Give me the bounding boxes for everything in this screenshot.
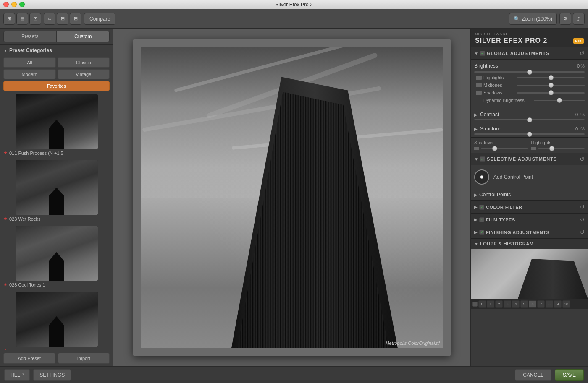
control-points-chevron[interactable]: ▶: [474, 193, 478, 197]
num-5[interactable]: 5: [520, 300, 528, 308]
window-controls[interactable]: [3, 2, 25, 7]
layout-icon-1[interactable]: ▱: [44, 13, 55, 25]
midtones-thumb[interactable]: [549, 83, 554, 88]
highlights-thumb[interactable]: [549, 75, 554, 80]
selective-checkbox[interactable]: [480, 156, 485, 162]
shadows-label: Shadows: [483, 90, 517, 95]
view-icon-3[interactable]: ⊡: [29, 13, 41, 25]
shadows-slider2[interactable]: [481, 148, 528, 149]
cat-classic[interactable]: Classic: [58, 57, 110, 68]
shadows-slider[interactable]: [517, 92, 585, 94]
structure-thumb[interactable]: [527, 132, 532, 137]
highlights-slider2[interactable]: [538, 148, 585, 149]
preset-item-3[interactable]: ★ 028 Cool Tones 1: [2, 226, 111, 289]
midtones-slider[interactable]: [517, 85, 585, 86]
film-types-chevron: ▶: [474, 217, 478, 222]
shadows-thumb2[interactable]: [492, 146, 497, 151]
num-6[interactable]: 6: [529, 300, 536, 308]
global-adj-title: GLOBAL ADJUSTMENTS: [487, 51, 578, 56]
image-filename-label: Metropolis ColorOriginal.tif: [385, 341, 440, 346]
view-icon-1[interactable]: ⊞: [3, 13, 15, 25]
layout-icon-2[interactable]: ⊟: [57, 13, 68, 25]
color-filter-checkbox[interactable]: [479, 205, 484, 210]
color-filter-reset[interactable]: ↺: [580, 204, 585, 210]
film-types-reset[interactable]: ↺: [580, 216, 585, 223]
structure-chevron[interactable]: ▶: [474, 127, 478, 131]
structure-section: ▶ Structure 0 %: [471, 123, 588, 137]
structure-slider[interactable]: [474, 133, 585, 135]
film-types-header[interactable]: ▶ FILM TYPES ↺: [471, 214, 588, 226]
highlights-slider-row: Highlights: [474, 75, 585, 80]
preset-item-1[interactable]: ★ 011 Push Process (N +1.5: [2, 94, 111, 157]
export-icon[interactable]: ⤴: [573, 13, 585, 25]
finishing-adj-reset[interactable]: ↺: [580, 229, 585, 235]
num-10[interactable]: 10: [562, 300, 570, 308]
contrast-chevron[interactable]: ▶: [474, 112, 478, 117]
brightness-thumb[interactable]: [527, 70, 532, 75]
view-icon-2[interactable]: ▤: [16, 13, 28, 25]
highlights-slider[interactable]: [517, 77, 585, 78]
finishing-adj-header[interactable]: ▶ FINISHING ADJUSTMENTS ↺: [471, 226, 588, 238]
selective-reset[interactable]: ↺: [580, 156, 585, 162]
dynamic-brightness-slider[interactable]: [534, 100, 585, 101]
num-checkbox[interactable]: [472, 302, 478, 307]
toolbar: ⊞ ▤ ⊡ ▱ ⊟ ⊞ Compare 🔍 Zoom (100%) ⚙ ⤴: [0, 9, 588, 29]
highlights-icon2: [531, 147, 536, 150]
structure-track-row: [474, 133, 585, 135]
cat-favorites[interactable]: Favorites: [3, 81, 110, 91]
loupe-header[interactable]: ▼ LOUPE & HISTOGRAM: [471, 238, 588, 249]
bottom-left: HELP SETTINGS: [4, 369, 71, 381]
control-point-icon[interactable]: [474, 169, 489, 185]
add-preset-button[interactable]: Add Preset: [3, 353, 55, 364]
settings-button[interactable]: SETTINGS: [33, 369, 71, 381]
cat-vintage[interactable]: Vintage: [58, 69, 110, 79]
maximize-button[interactable]: [19, 2, 25, 7]
num-3[interactable]: 3: [504, 300, 511, 308]
preset-item-2[interactable]: ★ 023 Wet Rocks: [2, 160, 111, 223]
contrast-slider[interactable]: [474, 119, 585, 120]
preset-thumb-4: [16, 292, 98, 347]
image-frame: Metropolis ColorOriginal.tif: [133, 39, 451, 356]
cat-modern[interactable]: Modern: [3, 69, 56, 79]
view-icons-group: ⊞ ▤ ⊡: [3, 13, 41, 25]
num-8[interactable]: 8: [546, 300, 553, 308]
minimize-button[interactable]: [11, 2, 17, 7]
global-adj-reset[interactable]: ↺: [580, 50, 585, 57]
num-4[interactable]: 4: [512, 300, 520, 308]
contrast-thumb[interactable]: [527, 117, 532, 122]
title-bar: Silver Efex Pro 2: [0, 0, 588, 9]
highlights-thumb2[interactable]: [549, 146, 554, 151]
num-1[interactable]: 1: [487, 300, 494, 308]
right-panel: Nik Software SILVER EFEX PRO 2 NIK ▼ GLO…: [470, 29, 588, 366]
preset-item-4[interactable]: ★: [2, 292, 111, 350]
cat-all[interactable]: All: [3, 57, 56, 68]
num-2[interactable]: 2: [495, 300, 503, 308]
close-button[interactable]: [3, 2, 9, 7]
color-filter-header[interactable]: ▶ COLOR FILTER ↺: [471, 201, 588, 213]
global-adj-checkbox[interactable]: [480, 51, 485, 56]
cancel-button[interactable]: CANCEL: [515, 369, 551, 381]
layout-icon-3[interactable]: ⊞: [70, 13, 81, 25]
dynamic-brightness-row: Dynamic Brightness: [474, 98, 585, 103]
presets-list: ★ 011 Push Process (N +1.5 ★ 023 Wet Roc…: [0, 93, 113, 350]
categories-chevron: ▼: [3, 48, 8, 53]
control-points-section[interactable]: ▶ Control Points: [471, 189, 588, 201]
save-button[interactable]: SAVE: [555, 369, 584, 381]
film-types-checkbox[interactable]: [479, 217, 484, 222]
tab-presets[interactable]: Presets: [3, 31, 57, 42]
import-button[interactable]: Import: [58, 353, 110, 364]
selective-adj-header[interactable]: ▼ SELECTIVE ADJUSTMENTS ↺: [471, 153, 588, 165]
compare-button[interactable]: Compare: [84, 13, 116, 25]
num-9[interactable]: 9: [554, 300, 562, 308]
film-types-label: FILM TYPES: [486, 217, 578, 222]
num-7[interactable]: 7: [537, 300, 545, 308]
finishing-adj-checkbox[interactable]: [479, 230, 484, 235]
tab-custom[interactable]: Custom: [57, 31, 110, 42]
settings-icon[interactable]: ⚙: [559, 13, 571, 25]
help-button[interactable]: HELP: [4, 369, 30, 381]
num-0[interactable]: 0: [478, 300, 486, 308]
dynamic-brightness-thumb[interactable]: [557, 98, 562, 103]
global-adj-header[interactable]: ▼ GLOBAL ADJUSTMENTS ↺: [471, 47, 588, 60]
shadows-thumb[interactable]: [549, 90, 554, 95]
star-icon-1: ★: [3, 150, 8, 156]
